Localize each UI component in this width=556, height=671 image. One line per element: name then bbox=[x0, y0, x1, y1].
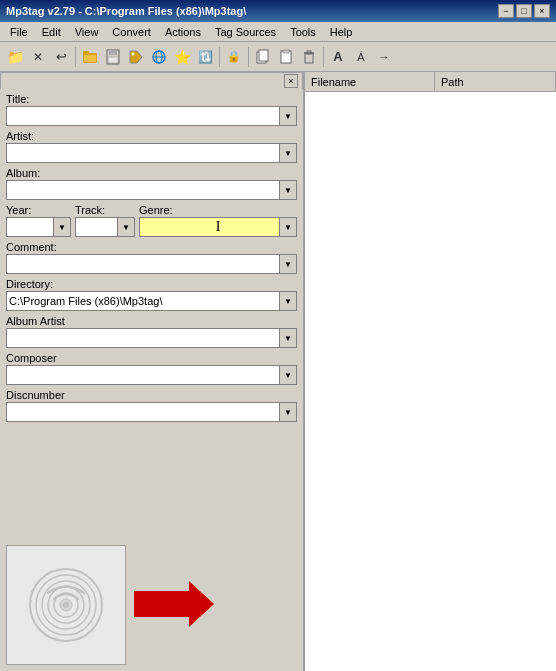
directory-input-wrapper: ▼ bbox=[6, 291, 297, 311]
discnumber-dropdown-button[interactable]: ▼ bbox=[279, 402, 297, 422]
separator-3 bbox=[248, 47, 249, 67]
title-label: Title: bbox=[6, 93, 297, 105]
menu-help[interactable]: Help bbox=[324, 25, 359, 39]
menu-actions[interactable]: Actions bbox=[159, 25, 207, 39]
new-button[interactable]: 📁 bbox=[4, 46, 26, 68]
comment-row: Comment: ▼ bbox=[6, 241, 297, 274]
title-input-wrapper: ▼ bbox=[6, 106, 297, 126]
svg-rect-5 bbox=[108, 57, 118, 63]
menu-tools[interactable]: Tools bbox=[284, 25, 322, 39]
title-input[interactable] bbox=[6, 106, 297, 126]
comment-input[interactable] bbox=[6, 254, 297, 274]
directory-row: Directory: ▼ bbox=[6, 278, 297, 311]
album-input[interactable] bbox=[6, 180, 297, 200]
close-files-button[interactable]: ✕ bbox=[27, 46, 49, 68]
web-button[interactable] bbox=[148, 46, 170, 68]
window-controls: − □ × bbox=[498, 4, 550, 18]
album-artist-label: Album Artist bbox=[6, 315, 297, 327]
tag-icon bbox=[128, 49, 144, 65]
svg-rect-1 bbox=[83, 51, 89, 54]
red-arrow-icon bbox=[134, 579, 214, 629]
undo-button[interactable]: ↩ bbox=[50, 46, 72, 68]
year-input-wrapper: ▼ bbox=[6, 217, 71, 237]
title-row: Title: ▼ bbox=[6, 93, 297, 126]
svg-rect-4 bbox=[109, 50, 117, 55]
separator-1 bbox=[75, 47, 76, 67]
album-art-box[interactable] bbox=[6, 545, 126, 665]
discnumber-input[interactable] bbox=[6, 402, 297, 422]
path-column-header[interactable]: Path bbox=[435, 72, 556, 91]
menu-convert[interactable]: Convert bbox=[106, 25, 157, 39]
form-area: Title: ▼ Artist: ▼ Album: ▼ bbox=[0, 89, 303, 539]
lock-button[interactable]: 🔒 bbox=[223, 46, 245, 68]
minimize-button[interactable]: − bbox=[498, 4, 514, 18]
left-panel: × Title: ▼ Artist: ▼ Album: bbox=[0, 72, 305, 671]
svg-point-7 bbox=[132, 52, 135, 55]
discnumber-label: Discnumber bbox=[6, 389, 297, 401]
album-input-wrapper: ▼ bbox=[6, 180, 297, 200]
maximize-button[interactable]: □ bbox=[516, 4, 532, 18]
close-button[interactable]: × bbox=[534, 4, 550, 18]
title-dropdown-button[interactable]: ▼ bbox=[279, 106, 297, 126]
title-bar: Mp3tag v2.79 - C:\Program Files (x86)\Mp… bbox=[0, 0, 556, 22]
save-button[interactable] bbox=[102, 46, 124, 68]
genre-input[interactable] bbox=[139, 217, 297, 237]
arrow-right-button[interactable]: → bbox=[373, 46, 395, 68]
folder-open-icon bbox=[82, 49, 98, 65]
menu-edit[interactable]: Edit bbox=[36, 25, 67, 39]
svg-rect-2 bbox=[84, 55, 96, 62]
track-dropdown-button[interactable]: ▼ bbox=[117, 217, 135, 237]
artist-dropdown-button[interactable]: ▼ bbox=[279, 143, 297, 163]
comment-dropdown-button[interactable]: ▼ bbox=[279, 254, 297, 274]
track-col: Track: ▼ bbox=[75, 204, 135, 237]
year-label: Year: bbox=[6, 204, 71, 216]
remove-button[interactable] bbox=[298, 46, 320, 68]
genre-label: Genre: bbox=[139, 204, 297, 216]
panel-close-button[interactable]: × bbox=[284, 74, 298, 88]
separator-4 bbox=[323, 47, 324, 67]
refresh-button[interactable]: 🔃 bbox=[194, 46, 216, 68]
svg-rect-14 bbox=[283, 50, 289, 53]
composer-input[interactable] bbox=[6, 365, 297, 385]
star-button[interactable]: ⭐ bbox=[171, 46, 193, 68]
directory-input[interactable] bbox=[6, 291, 297, 311]
text-accent-button[interactable]: Á bbox=[350, 46, 372, 68]
svg-marker-26 bbox=[134, 581, 214, 627]
genre-dropdown-button[interactable]: ▼ bbox=[279, 217, 297, 237]
paste-tag-button[interactable] bbox=[275, 46, 297, 68]
album-dropdown-button[interactable]: ▼ bbox=[279, 180, 297, 200]
artist-row: Artist: ▼ bbox=[6, 130, 297, 163]
svg-rect-17 bbox=[307, 51, 311, 53]
open-folder-button[interactable] bbox=[79, 46, 101, 68]
album-label: Album: bbox=[6, 167, 297, 179]
copy-tag-button[interactable] bbox=[252, 46, 274, 68]
year-dropdown-button[interactable]: ▼ bbox=[53, 217, 71, 237]
file-list-body[interactable] bbox=[305, 92, 556, 671]
directory-dropdown-button[interactable]: ▼ bbox=[279, 291, 297, 311]
genre-col: Genre: ▼ I bbox=[139, 204, 297, 237]
filename-column-header[interactable]: Filename bbox=[305, 72, 435, 91]
menu-tag-sources[interactable]: Tag Sources bbox=[209, 25, 282, 39]
artist-input[interactable] bbox=[6, 143, 297, 163]
text-a-button[interactable]: A bbox=[327, 46, 349, 68]
artist-input-wrapper: ▼ bbox=[6, 143, 297, 163]
arrow-indicator bbox=[134, 579, 214, 631]
album-artist-input[interactable] bbox=[6, 328, 297, 348]
svg-rect-12 bbox=[259, 50, 268, 61]
track-label: Track: bbox=[75, 204, 135, 216]
trash-icon bbox=[301, 49, 317, 65]
menu-bar: File Edit View Convert Actions Tag Sourc… bbox=[0, 22, 556, 42]
album-artist-dropdown-button[interactable]: ▼ bbox=[279, 328, 297, 348]
tag-icon-button[interactable] bbox=[125, 46, 147, 68]
menu-view[interactable]: View bbox=[69, 25, 105, 39]
album-artist-row: Album Artist ▼ bbox=[6, 315, 297, 348]
svg-rect-15 bbox=[305, 54, 313, 63]
panel-header: × bbox=[0, 72, 303, 89]
year-col: Year: ▼ bbox=[6, 204, 71, 237]
composer-dropdown-button[interactable]: ▼ bbox=[279, 365, 297, 385]
menu-file[interactable]: File bbox=[4, 25, 34, 39]
svg-point-25 bbox=[63, 602, 69, 608]
artist-label: Artist: bbox=[6, 130, 297, 142]
toolbar: 📁 ✕ ↩ ⭐ 🔃 🔒 bbox=[0, 42, 556, 72]
genre-input-wrapper: ▼ I bbox=[139, 217, 297, 237]
